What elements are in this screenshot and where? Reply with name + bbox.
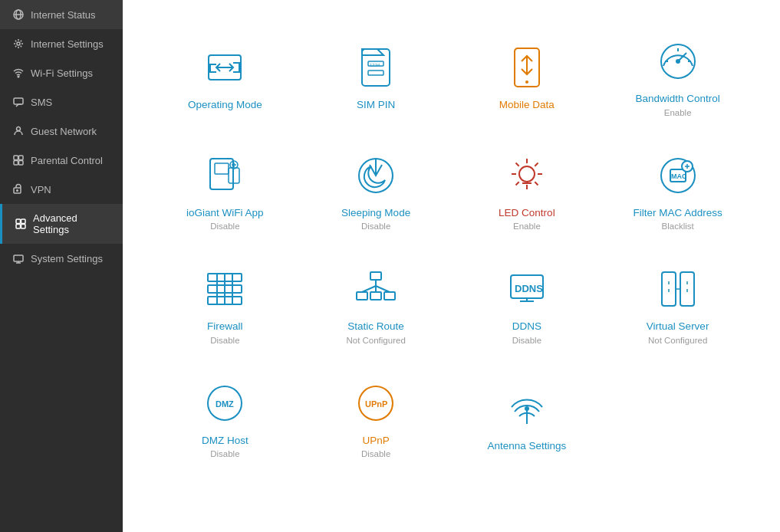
card-upnp[interactable]: UPnP UPnP Disable	[304, 365, 448, 471]
card-subtitle: Disable	[210, 336, 239, 345]
led-control-icon	[504, 153, 550, 199]
card-title: Operating Mode	[188, 98, 262, 112]
card-firewall[interactable]: Firewall Disable	[153, 251, 297, 357]
main-content: Operating Mode 1234 SIM PIN	[123, 0, 780, 532]
advanced-icon	[15, 218, 27, 230]
filter-mac-icon: MAC	[655, 153, 701, 199]
sidebar-item-internet-status[interactable]: Internet Status	[0, 0, 123, 29]
card-static-route[interactable]: Static Route Not Configured	[304, 251, 448, 357]
card-sim-pin[interactable]: 1234 SIM PIN	[304, 23, 448, 130]
firewall-icon	[202, 266, 248, 312]
card-ddns[interactable]: DDNS DDNS Disable	[456, 251, 599, 357]
card-antenna-settings[interactable]: Antenna Settings	[456, 365, 599, 471]
svg-point-4	[18, 76, 19, 77]
card-title: Antenna Settings	[487, 439, 566, 453]
svg-rect-68	[384, 292, 395, 300]
parental-icon	[12, 154, 25, 166]
svg-rect-24	[368, 71, 383, 75]
svg-rect-13	[16, 219, 21, 224]
upnp-icon: UPnP	[353, 380, 399, 426]
sidebar-item-parental-control[interactable]: Parental Control	[0, 146, 123, 175]
empty-cell	[606, 365, 749, 471]
card-mobile-data[interactable]: Mobile Data	[456, 23, 599, 130]
operating-mode-icon	[202, 44, 248, 90]
card-title: LED Control	[499, 206, 555, 220]
svg-rect-16	[21, 225, 26, 229]
card-dmz-host[interactable]: DMZ DMZ Host Disable	[153, 365, 297, 471]
svg-rect-66	[357, 292, 367, 300]
card-title: Virtual Server	[647, 320, 709, 333]
card-virtual-server[interactable]: Virtual Server Not Configured	[606, 251, 749, 357]
svg-point-28	[525, 80, 528, 84]
svg-rect-7	[14, 156, 18, 160]
svg-line-72	[376, 286, 390, 292]
card-operating-mode[interactable]: Operating Mode	[153, 23, 297, 130]
card-bandwidth-control[interactable]: Bandwidth Control Enable	[606, 23, 749, 130]
sidebar-item-system-settings[interactable]: System Settings	[0, 244, 123, 273]
svg-text:UPnP: UPnP	[365, 399, 387, 409]
svg-rect-9	[14, 161, 18, 166]
svg-rect-65	[370, 272, 381, 280]
card-subtitle: Disable	[361, 222, 390, 231]
sidebar-item-guest-network[interactable]: Guest Network	[0, 117, 123, 146]
sidebar-item-label: Parental Control	[31, 155, 103, 166]
sidebar-item-sms[interactable]: SMS	[0, 87, 123, 117]
svg-text:DMZ: DMZ	[216, 399, 234, 409]
system-icon	[12, 252, 25, 264]
guest-icon	[12, 125, 25, 137]
sidebar: Internet Status Internet Settings Wi-Fi …	[0, 0, 123, 532]
mobile-data-icon	[504, 44, 550, 90]
card-title: Static Route	[347, 320, 404, 333]
svg-rect-10	[19, 161, 24, 166]
card-subtitle: Enable	[513, 222, 541, 231]
card-title: Mobile Data	[499, 98, 555, 112]
sidebar-item-advanced-settings[interactable]: Advanced Settings	[0, 204, 123, 244]
card-title: DMZ Host	[202, 434, 248, 448]
svg-point-6	[17, 127, 21, 131]
dmz-icon: DMZ	[202, 380, 248, 426]
svg-point-12	[17, 190, 18, 192]
card-filter-mac[interactable]: MAC Filter MAC Address Blacklist	[606, 137, 749, 244]
sidebar-item-label: System Settings	[31, 253, 103, 264]
svg-line-51	[515, 182, 518, 185]
card-title: Sleeping Mode	[341, 206, 410, 220]
card-iogiant-wifi-app[interactable]: ioGiant WiFi App Disable	[153, 137, 297, 244]
svg-rect-67	[370, 292, 381, 300]
sidebar-item-vpn[interactable]: VPN	[0, 175, 123, 204]
sidebar-item-internet-settings[interactable]: Internet Settings	[0, 29, 123, 58]
card-title: Filter MAC Address	[633, 206, 722, 220]
iogiant-icon	[202, 153, 248, 199]
static-route-icon	[353, 266, 399, 312]
sidebar-item-label: SMS	[31, 97, 52, 108]
svg-text:1234: 1234	[370, 63, 380, 67]
settings-icon	[12, 38, 25, 50]
svg-line-49	[535, 182, 538, 185]
card-led-control[interactable]: LED Control Enable	[456, 137, 599, 244]
sidebar-item-wifi-settings[interactable]: Wi-Fi Settings	[0, 58, 123, 87]
svg-point-3	[17, 42, 20, 45]
svg-rect-17	[14, 255, 23, 261]
sidebar-item-label: Advanced Settings	[33, 212, 110, 235]
sleeping-mode-icon	[353, 153, 399, 199]
card-subtitle: Not Configured	[648, 336, 707, 345]
card-subtitle: Enable	[664, 108, 692, 117]
card-subtitle: Not Configured	[346, 336, 405, 345]
svg-line-48	[515, 163, 518, 166]
card-subtitle: Disable	[361, 449, 390, 458]
card-subtitle: Disable	[512, 336, 541, 345]
svg-rect-14	[21, 219, 26, 224]
card-title: ioGiant WiFi App	[186, 206, 264, 220]
sidebar-item-label: Internet Status	[31, 9, 96, 21]
card-subtitle: Disable	[210, 222, 239, 231]
card-title: Firewall	[207, 320, 243, 333]
card-sleeping-mode[interactable]: Sleeping Mode Disable	[304, 137, 448, 244]
virtual-server-icon	[655, 266, 701, 312]
wifi-icon	[12, 67, 25, 79]
card-subtitle: Disable	[210, 449, 239, 458]
ddns-icon: DDNS	[504, 266, 550, 312]
bandwidth-control-icon	[655, 38, 701, 84]
svg-line-50	[535, 163, 538, 166]
card-title: SIM PIN	[357, 98, 395, 112]
sidebar-item-label: Guest Network	[31, 126, 97, 137]
svg-point-43	[519, 166, 535, 182]
